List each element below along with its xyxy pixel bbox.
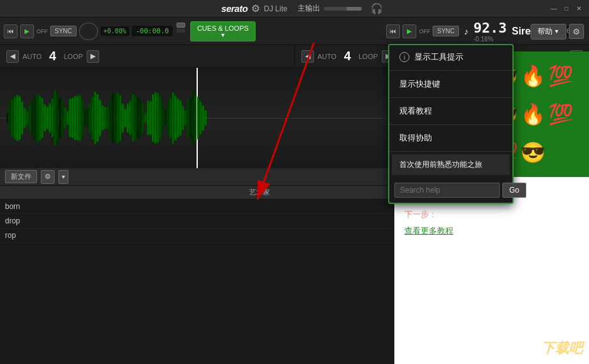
dj-lite-label: DJ Lite xyxy=(264,4,287,13)
close-button[interactable]: ✕ xyxy=(574,4,584,13)
td-name: born xyxy=(0,202,244,211)
menu-item-firstuse[interactable]: 首次使用前熟悉功能之旅 xyxy=(392,154,510,175)
deck-left-off: OFF xyxy=(36,28,48,35)
menu-item-gethelp[interactable]: 取得协助 xyxy=(389,126,512,150)
help-button[interactable]: 帮助 ▼ xyxy=(531,24,566,40)
main-output-label: 主输出 xyxy=(298,3,320,14)
top-toolbar: 帮助 ▼ ⚙ xyxy=(526,18,589,45)
loop-label-left: LOOP xyxy=(63,53,83,60)
menu-divider-4 xyxy=(389,151,512,152)
tutorial-link[interactable]: 查看更多教程 xyxy=(404,225,579,237)
menu-item-tutorial[interactable]: 观看教程 xyxy=(389,99,512,123)
beat-num-right: 4 xyxy=(344,49,351,63)
menu-item-tooltips[interactable]: i 显示工具提示 xyxy=(389,45,512,69)
titlebar-center: serato ⚙ DJ Lite 主输出 🎧 xyxy=(221,3,382,14)
titlebar-buttons: — □ ✕ xyxy=(549,4,584,13)
serato-icon: ⚙ xyxy=(251,3,260,14)
loop-prev-left[interactable]: ◀ xyxy=(6,50,19,63)
help-dropdown-arrow: ▼ xyxy=(554,28,559,35)
watermark: 下载吧 xyxy=(541,339,583,358)
menu-divider-3 xyxy=(389,124,512,125)
bpm-offset: -0.16% xyxy=(473,36,507,43)
titlebar: serato ⚙ DJ Lite 主输出 🎧 — □ ✕ xyxy=(0,0,589,18)
auto-label-left: AUTO xyxy=(23,53,41,60)
minimize-button[interactable]: — xyxy=(549,4,559,13)
menu-divider-1 xyxy=(389,70,512,71)
deck-left-prev[interactable]: ⏮ xyxy=(4,24,18,38)
help-search-row: Go xyxy=(389,178,512,203)
info-icon: i xyxy=(399,52,409,62)
headphone-icon: 🎧 xyxy=(370,3,383,14)
deck-left-time: -00:00.0 xyxy=(132,26,173,36)
auto-label-right: AUTO xyxy=(318,53,337,60)
menu-item-shortcuts[interactable]: 显示快捷键 xyxy=(389,72,512,96)
loop-label-right: LOOP xyxy=(359,53,378,60)
help-search-input[interactable] xyxy=(394,183,500,198)
td-name: rop xyxy=(0,231,244,240)
browser-settings-button[interactable]: ⚙ xyxy=(41,170,55,184)
maximize-button[interactable]: □ xyxy=(561,4,571,13)
menu-divider-2 xyxy=(389,97,512,98)
th-name xyxy=(0,188,244,197)
deck-right-off: OFF xyxy=(419,28,430,35)
deck-left-pitch-fader[interactable] xyxy=(176,23,186,40)
deck-left-play[interactable]: ▶ xyxy=(20,24,34,38)
bpm-value: 92.3 xyxy=(473,20,507,36)
deck-right-controls-top: ⏮ ▶ OFF SYNC xyxy=(386,24,459,38)
browser-dropdown-button[interactable]: ▼ xyxy=(58,170,68,184)
waveform-left xyxy=(0,68,394,168)
deck-left-sync[interactable]: SYNC xyxy=(50,26,77,36)
deck-left-knob[interactable] xyxy=(79,23,98,40)
waveform-bars-left xyxy=(0,68,393,168)
cues-loops-arrow: ▼ xyxy=(197,32,249,38)
volume-bar[interactable] xyxy=(324,7,362,11)
loop-section-left: ◀ AUTO 4 LOOP ▶ xyxy=(0,49,294,63)
deck-right-play[interactable]: ▶ xyxy=(403,24,416,38)
deck-left-controls: ⏮ ▶ OFF SYNC +0.00% -00:00.0 CUES & LOOP… xyxy=(0,21,380,41)
tutorial-step: 下一步： xyxy=(404,209,579,220)
bpm-section: ⏮ ▶ OFF SYNC xyxy=(386,24,459,38)
go-button[interactable]: Go xyxy=(502,183,526,198)
deck-right-sync[interactable]: SYNC xyxy=(433,26,459,36)
new-file-button[interactable]: 新文件 xyxy=(5,170,37,183)
settings-button[interactable]: ⚙ xyxy=(569,24,584,39)
td-name: drop xyxy=(0,217,244,225)
deck-left-pitch: +0.00% xyxy=(100,26,129,36)
beat-num-left: 4 xyxy=(49,49,56,63)
bpm-info: 92.3 -0.16% xyxy=(473,20,507,43)
serato-logo: serato xyxy=(221,3,247,14)
loop-prev-right[interactable]: ◀ xyxy=(301,50,314,63)
controls-bar: ⏮ ▶ OFF SYNC +0.00% -00:00.0 CUES & LOOP… xyxy=(0,18,589,45)
note-icon: ♪ xyxy=(464,26,468,36)
help-dropdown: i 显示工具提示 显示快捷键 观看教程 取得协助 首次使用前熟悉功能之旅 Go xyxy=(388,44,514,204)
cues-loops-button[interactable]: CUES & LOOPS ▼ xyxy=(190,21,256,41)
deck-right-prev[interactable]: ⏮ xyxy=(386,24,400,38)
loop-next-left[interactable]: ▶ xyxy=(87,50,99,63)
